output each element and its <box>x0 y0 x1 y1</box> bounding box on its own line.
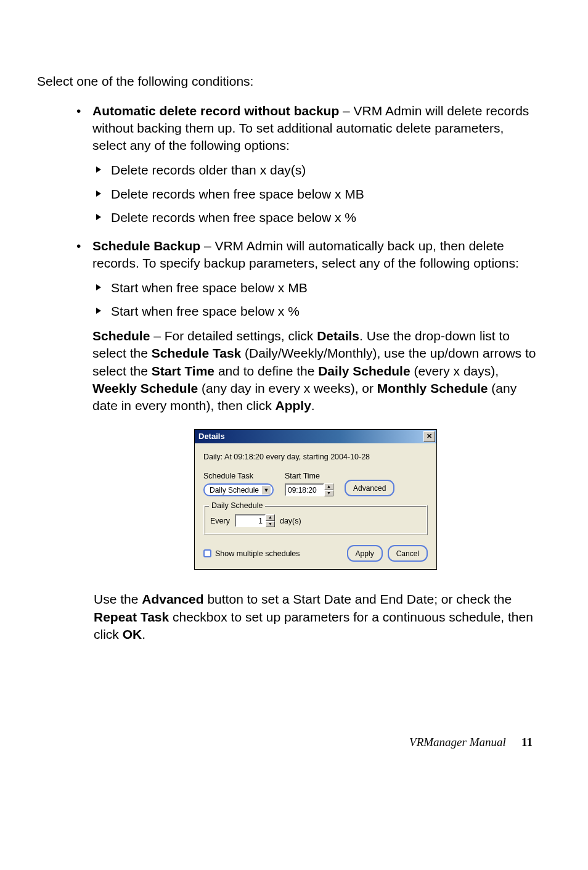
start-time-stepper[interactable]: ▲ ▼ <box>324 483 333 496</box>
schedule-task-value: Daily Schedule <box>210 485 259 495</box>
opt-free-pct: Delete records when free space below x % <box>92 209 539 226</box>
opt-start-mb: Start when free space below x MB <box>92 279 539 297</box>
details-dialog: Details ✕ Daily: At 09:18:20 every day, … <box>194 429 437 570</box>
apply-button[interactable]: Apply <box>347 545 383 562</box>
intro-text: Select one of the following conditions: <box>37 74 539 89</box>
stepper-up-icon[interactable]: ▲ <box>266 514 275 521</box>
start-time-input[interactable] <box>285 483 324 496</box>
opt-free-mb: Delete records when free space below x M… <box>92 186 539 203</box>
dialog-title: Details <box>198 431 225 441</box>
every-input[interactable] <box>235 514 266 527</box>
daily-schedule-group: Daily Schedule Every ▲ ▼ <box>203 505 428 535</box>
start-time-label: Start Time <box>285 471 333 482</box>
daily-schedule-title: Daily Schedule <box>209 501 265 511</box>
advanced-button[interactable]: Advanced <box>345 480 394 496</box>
opt-older-than: Delete records older than x day(s) <box>92 162 539 179</box>
schedule-backup-options: Start when free space below x MB Start w… <box>92 279 539 320</box>
stepper-down-icon[interactable]: ▼ <box>266 521 275 528</box>
footer-book-title: VRManager Manual <box>409 736 506 749</box>
cancel-button[interactable]: Cancel <box>388 545 428 562</box>
schedule-word: Schedule <box>92 329 150 343</box>
auto-delete-title: Automatic delete record without backup <box>92 104 339 118</box>
schedule-paragraph: Schedule – For detailed settings, click … <box>92 327 539 414</box>
schedule-task-select[interactable]: Daily Schedule ▼ <box>203 483 274 496</box>
show-multiple-checkbox[interactable]: Show multiple schedules <box>203 549 300 559</box>
advanced-note: Use the Advanced button to set a Start D… <box>94 591 539 642</box>
show-multiple-label: Show multiple schedules <box>215 549 300 559</box>
schedule-summary: Daily: At 09:18:20 every day, starting 2… <box>203 452 428 462</box>
opt-start-pct: Start when free space below x % <box>92 303 539 320</box>
dialog-titlebar: Details ✕ <box>195 430 436 443</box>
checkbox-icon[interactable] <box>203 549 211 557</box>
condition-auto-delete: Automatic delete record without backup –… <box>73 102 539 226</box>
condition-schedule-backup: Schedule Backup – VRM Admin will automat… <box>73 237 539 570</box>
every-stepper[interactable]: ▲ ▼ <box>266 514 275 527</box>
schedule-task-label: Schedule Task <box>203 471 274 482</box>
every-label: Every <box>210 516 230 527</box>
page-footer: VRManager Manual 11 <box>37 736 539 749</box>
stepper-up-icon[interactable]: ▲ <box>324 483 333 490</box>
chevron-down-icon[interactable]: ▼ <box>262 486 271 495</box>
conditions-list: Automatic delete record without backup –… <box>73 102 539 570</box>
schedule-backup-title: Schedule Backup <box>92 239 200 253</box>
stepper-down-icon[interactable]: ▼ <box>324 490 333 497</box>
close-icon[interactable]: ✕ <box>423 431 435 442</box>
footer-page-number: 11 <box>521 736 533 749</box>
auto-delete-options: Delete records older than x day(s) Delet… <box>92 162 539 226</box>
days-label: day(s) <box>280 516 301 527</box>
